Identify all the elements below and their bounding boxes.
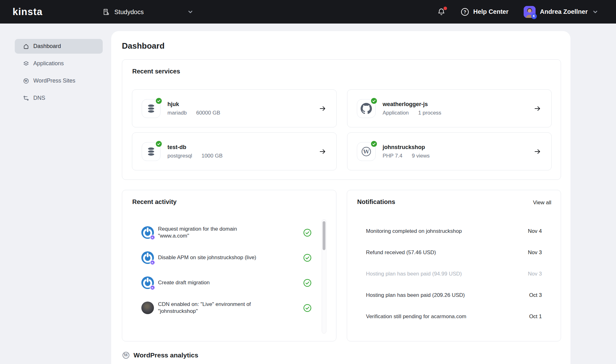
arrow-right-icon[interactable]: [319, 105, 326, 112]
notification-row[interactable]: Monitoring completed on johnstruckshop N…: [366, 221, 542, 242]
check-circle-icon: [156, 98, 162, 104]
service-icon-box: [142, 99, 161, 118]
svg-text:W: W: [123, 353, 128, 357]
kinsta-actor-avatar: K: [141, 226, 154, 239]
service-meta-type: Application: [383, 110, 409, 116]
services-grid: hjuk mariadb 60000 GB: [132, 89, 552, 170]
kinsta-k-badge: K: [150, 285, 155, 290]
service-meta-php: PHP 7.4: [383, 153, 402, 159]
activity-row: K Create draft migration: [141, 270, 312, 295]
success-check-icon: [303, 228, 312, 237]
recent-services-section: Recent services: [122, 59, 561, 180]
kinsta-k-badge: K: [150, 260, 155, 265]
service-card-test-db[interactable]: test-db postgresql 1000 GB: [132, 132, 337, 170]
arrow-right-icon[interactable]: [534, 148, 541, 155]
svg-text:?: ?: [464, 9, 466, 14]
kinsta-k-badge: K: [150, 235, 155, 240]
recent-services-title: Recent services: [132, 68, 180, 75]
activity-row: K Disable APM on site johnstruckshop (li…: [141, 245, 312, 270]
company-name: Studydocs: [114, 8, 144, 16]
status-ok-badge: [155, 141, 162, 147]
status-ok-badge: [370, 98, 377, 104]
sidebar-item-label: Dashboard: [33, 43, 61, 50]
notification-text: Monitoring completed on johnstruckshop: [366, 228, 462, 234]
service-icon-box: W: [357, 142, 376, 161]
success-check-icon: [303, 304, 312, 312]
kinsta-logo: Kinsta: [13, 6, 43, 18]
avatar-k-badge: K: [531, 13, 537, 19]
service-meta-type: postgresql: [167, 153, 192, 159]
notification-date: Nov 4: [528, 228, 542, 234]
notification-row[interactable]: Refund received (57.46 USD) Nov 3: [366, 242, 542, 263]
notifications-bell-button[interactable]: [437, 8, 445, 16]
service-meta-type: mariadb: [167, 110, 187, 116]
user-avatar: K: [524, 6, 536, 18]
activity-text: Create draft migration: [158, 279, 262, 286]
check-circle-icon: [371, 141, 377, 147]
notifications-title: Notifications: [357, 198, 395, 206]
kinsta-actor-avatar: K: [141, 251, 154, 264]
service-name: johnstruckshop: [383, 144, 430, 151]
wordpress-icon: W: [23, 78, 29, 84]
check-circle-icon: [156, 141, 162, 147]
activity-scrollbar-track[interactable]: [322, 219, 326, 334]
notifications-list: Monitoring completed on johnstruckshop N…: [366, 221, 542, 327]
activity-row: K Request migration for the domain "www.…: [141, 220, 312, 245]
service-name: hjuk: [167, 101, 220, 108]
wordpress-icon: W: [361, 146, 372, 157]
wordpress-analytics-section-header: W WordPress analytics: [122, 351, 198, 359]
help-center-button[interactable]: ? Help Center: [461, 8, 508, 16]
notification-row-muted[interactable]: Hosting plan has been paid (94.99 USD) N…: [366, 263, 542, 285]
sidebar-item-label: DNS: [33, 95, 45, 101]
status-ok-badge: [370, 141, 377, 147]
service-card-hjuk[interactable]: hjuk mariadb 60000 GB: [132, 89, 337, 127]
notification-text: Verification still pending for acarmona.…: [366, 313, 466, 320]
success-check-icon: [303, 279, 312, 287]
building-icon: [102, 8, 110, 16]
status-ok-badge: [155, 98, 162, 104]
route-icon: [23, 95, 29, 101]
github-icon: [361, 103, 372, 114]
wordpress-icon: W: [122, 351, 130, 359]
activity-scrollbar-thumb[interactable]: [323, 221, 325, 250]
service-meta-size: 1000 GB: [201, 153, 222, 159]
activity-text: Request migration for the domain "www.a.…: [158, 226, 262, 239]
user-actor-avatar: [141, 302, 154, 314]
unread-indicator-dot: [444, 7, 447, 10]
notification-date: Oct 3: [529, 292, 542, 298]
sidebar-item-dns[interactable]: DNS: [15, 91, 103, 105]
company-selector[interactable]: Studydocs: [102, 5, 194, 19]
database-icon: [146, 146, 156, 157]
sidebar-item-dashboard[interactable]: Dashboard: [15, 39, 103, 54]
activity-text: CDN enabled on: "Live" environment of "j…: [158, 301, 262, 315]
layers-icon: [23, 61, 29, 67]
notification-date: Nov 3: [528, 271, 542, 277]
sidebar-item-label: WordPress Sites: [33, 78, 75, 84]
notification-text: Hosting plan has been paid (209.26 USD): [366, 292, 465, 298]
notification-row[interactable]: Hosting plan has been paid (209.26 USD) …: [366, 285, 542, 306]
check-circle-icon: [371, 98, 377, 104]
service-meta-processes: 1 process: [418, 110, 441, 116]
service-icon-box: [142, 142, 161, 161]
sidebar-item-applications[interactable]: Applications: [15, 56, 103, 71]
arrow-right-icon[interactable]: [319, 148, 326, 155]
service-card-weatherlogger-js[interactable]: weatherlogger-js Application 1 process: [347, 89, 552, 127]
chevron-down-icon: [187, 9, 194, 15]
sidebar: Dashboard Applications W WordPress Sites: [0, 24, 111, 364]
home-icon: [23, 43, 29, 50]
database-icon: [146, 103, 156, 114]
svg-text:W: W: [363, 148, 369, 155]
actor-photo-icon: [141, 302, 154, 314]
user-menu[interactable]: K Andrea Zoellner: [524, 6, 598, 18]
service-name: weatherlogger-js: [383, 101, 441, 108]
user-name: Andrea Zoellner: [540, 8, 588, 15]
top-navbar: Kinsta Studydocs ? Help: [0, 0, 616, 24]
arrow-right-icon[interactable]: [534, 105, 541, 112]
activity-list: K Request migration for the domain "www.…: [141, 220, 312, 320]
sidebar-item-label: Applications: [33, 60, 64, 67]
notification-row[interactable]: Verification still pending for acarmona.…: [366, 306, 542, 327]
view-all-link[interactable]: View all: [533, 200, 551, 206]
service-icon-box: [357, 99, 376, 118]
sidebar-item-wordpress-sites[interactable]: W WordPress Sites: [15, 73, 103, 88]
service-card-johnstruckshop[interactable]: W johnstruckshop PHP 7.4 9 views: [347, 132, 552, 170]
